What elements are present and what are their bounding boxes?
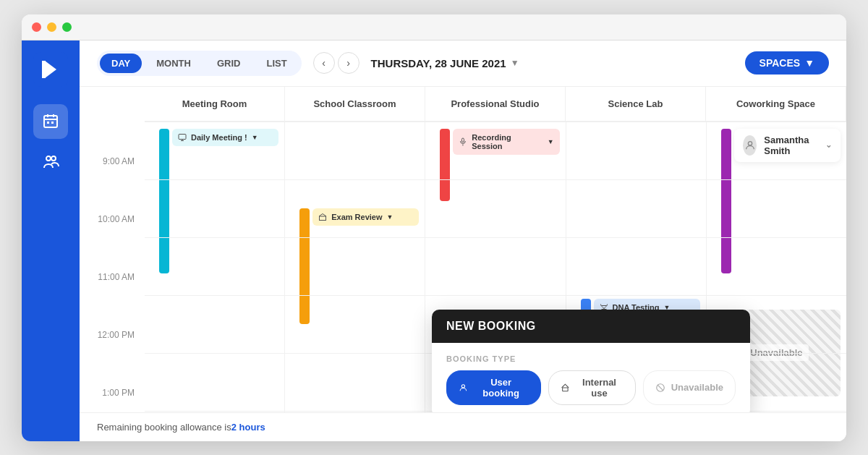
svg-point-19 (461, 384, 464, 387)
tab-grid[interactable]: GRID (205, 54, 252, 73)
rooms-area: Meeting Room School Classroom Profession… (145, 87, 846, 412)
prev-arrow[interactable]: ‹ (313, 52, 335, 74)
svg-point-9 (51, 156, 56, 161)
sidebar-item-people[interactable] (33, 145, 68, 179)
daily-meeting-title: Daily Meeting ! (191, 133, 247, 142)
internal-use-label: Internal use (575, 377, 623, 399)
bottom-bar-prefix: Remaining booking allowance is (97, 422, 231, 433)
header: DAY MONTH GRID LIST ‹ › THURSDAY, 28 JUN… (80, 41, 846, 87)
svg-point-18 (748, 141, 752, 145)
logo-icon (39, 58, 62, 81)
spaces-label: SPACES (760, 57, 801, 69)
block-icon (655, 383, 665, 393)
room-header-meeting: Meeting Room (145, 87, 285, 121)
user-booking-label: User booking (474, 377, 529, 399)
booking-type-options: User booking Internal use (446, 370, 736, 405)
date-text: THURSDAY, 28 JUNE 2021 (371, 57, 506, 69)
maximize-button[interactable] (62, 22, 72, 32)
new-booking-header: NEW BOOKING (432, 310, 750, 343)
date-label[interactable]: THURSDAY, 28 JUNE 2021 ▼ (371, 57, 519, 69)
user-profile-card[interactable]: Samantha Smith ⌄ (734, 129, 841, 162)
booking-type-internal-button[interactable]: Internal use (548, 370, 636, 405)
svg-rect-7 (51, 122, 54, 124)
col-school-classroom[interactable]: Exam Review ▼ (285, 122, 425, 412)
svg-rect-13 (320, 216, 326, 221)
booking-type-user-button[interactable]: User booking (446, 370, 541, 405)
svg-rect-14 (462, 138, 464, 142)
event-exam-review-bar[interactable] (299, 208, 310, 324)
svg-line-22 (658, 384, 663, 390)
sidebar-item-calendar[interactable] (33, 104, 68, 139)
monitor-icon (178, 133, 187, 142)
col-meeting-room[interactable]: Daily Meeting ! ▼ (145, 122, 285, 412)
tab-month[interactable]: MONTH (145, 54, 203, 73)
user-profile-chevron: ⌄ (825, 140, 832, 150)
room-header-studio: Professional Studio (425, 87, 566, 121)
calendar-area: 9:00 AM 10:00 AM 11:00 AM 12:00 PM 1:00 … (80, 87, 846, 412)
time-slot-11am: 11:00 AM (80, 272, 145, 330)
svg-rect-20 (562, 388, 567, 391)
calendar-icon (42, 113, 59, 130)
svg-rect-10 (179, 134, 186, 139)
time-slot-12pm: 12:00 PM (80, 330, 145, 388)
new-booking-title: NEW BOOKING (446, 320, 536, 332)
tab-day[interactable]: DAY (100, 54, 142, 73)
user-booking-icon (459, 383, 468, 393)
booking-type-label: BOOKING TYPE (446, 354, 736, 363)
time-slot-9am: 9:00 AM (80, 156, 145, 214)
svg-rect-2 (44, 116, 57, 127)
exam-review-chevron: ▼ (387, 213, 393, 221)
next-arrow[interactable]: › (338, 52, 359, 74)
exam-review-title: Exam Review (331, 213, 382, 221)
bottom-bar: Remaining booking allowance is 2 hours (80, 412, 846, 441)
new-booking-body: BOOKING TYPE User booking (432, 343, 750, 412)
room-header-lab: Science Lab (566, 87, 706, 121)
date-chevron-icon: ▼ (511, 58, 519, 68)
user-avatar-icon (744, 140, 756, 151)
svg-rect-6 (47, 122, 49, 124)
unavailable-label: Unavailable (744, 344, 808, 361)
rooms-header: Meeting Room School Classroom Profession… (145, 87, 846, 122)
spaces-chevron-icon: ▼ (804, 57, 814, 69)
event-daily-meeting-card[interactable]: Daily Meeting ! ▼ (172, 129, 278, 146)
recording-chevron: ▼ (548, 138, 554, 145)
booking-type-unavailable-button[interactable]: Unavailable (643, 370, 736, 405)
titlebar (22, 14, 846, 41)
app-window: DAY MONTH GRID LIST ‹ › THURSDAY, 28 JUN… (22, 14, 846, 441)
logo[interactable] (33, 52, 68, 87)
nav-arrows: ‹ › (313, 52, 359, 74)
rooms-grid: Daily Meeting ! ▼ (145, 122, 846, 412)
recording-session-title: Recording Session (472, 133, 542, 150)
svg-rect-1 (42, 61, 46, 78)
user-profile-name: Samantha Smith (764, 135, 815, 156)
time-column: 9:00 AM 10:00 AM 11:00 AM 12:00 PM 1:00 … (80, 87, 145, 412)
event-samantha-bar[interactable] (721, 129, 731, 273)
room-header-coworking: Coworking Space (706, 87, 846, 121)
unavailable-btn-label: Unavailable (671, 382, 723, 393)
view-tabs: DAY MONTH GRID LIST (97, 51, 302, 76)
svg-point-8 (46, 156, 51, 161)
event-recording-card[interactable]: Recording Session ▼ (453, 129, 559, 155)
time-slot-1pm: 1:00 PM (80, 388, 145, 412)
close-button[interactable] (32, 22, 41, 32)
event-recording-bar[interactable] (440, 129, 450, 201)
app-body: DAY MONTH GRID LIST ‹ › THURSDAY, 28 JUN… (22, 41, 846, 441)
new-booking-popup: NEW BOOKING BOOKING TYPE User boo (432, 310, 750, 412)
mic-icon (459, 137, 467, 146)
spaces-button[interactable]: SPACES ▼ (745, 51, 829, 75)
room-header-school: School Classroom (285, 87, 425, 121)
sidebar (22, 41, 80, 441)
avatar (743, 135, 757, 156)
tab-list[interactable]: LIST (255, 54, 298, 73)
event-daily-meeting-bar[interactable] (159, 129, 169, 273)
bank-icon (318, 213, 327, 221)
event-exam-review-card[interactable]: Exam Review ▼ (312, 208, 419, 226)
time-slot-10am: 10:00 AM (80, 214, 145, 272)
main-content: DAY MONTH GRID LIST ‹ › THURSDAY, 28 JUN… (80, 41, 846, 441)
daily-meeting-chevron: ▼ (252, 134, 258, 141)
home-icon (561, 383, 570, 393)
svg-marker-0 (45, 61, 56, 78)
minimize-button[interactable] (47, 22, 56, 32)
bottom-bar-highlight: 2 hours (231, 422, 265, 433)
people-icon (42, 153, 59, 171)
